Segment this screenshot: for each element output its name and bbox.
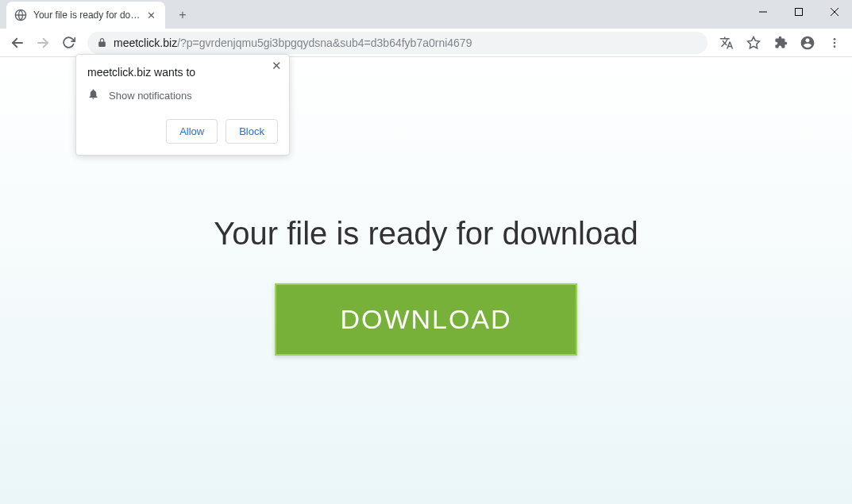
address-bar[interactable]: meetclick.biz/?p=gvrdenjqmu5gi3bpgqydsna… <box>87 32 707 54</box>
prompt-permission-row: Show notifications <box>87 88 278 103</box>
new-tab-button[interactable]: + <box>172 4 194 26</box>
browser-tab[interactable]: Your file is ready for download ✕ <box>6 2 165 29</box>
permission-prompt: ✕ meetclick.biz wants to Show notificati… <box>75 54 290 156</box>
prompt-permission-text: Show notifications <box>109 90 192 102</box>
prompt-actions: Allow Block <box>87 119 278 144</box>
tab-title: Your file is ready for download <box>33 10 145 21</box>
forward-button[interactable] <box>32 32 54 54</box>
allow-button[interactable]: Allow <box>166 119 218 144</box>
url-host: meetclick.biz <box>114 37 177 49</box>
tab-close-icon[interactable]: ✕ <box>145 9 157 21</box>
toolbar-right <box>715 32 846 54</box>
reload-button[interactable] <box>57 32 79 54</box>
download-button[interactable]: DOWNLOAD <box>275 283 576 356</box>
prompt-close-icon[interactable]: ✕ <box>270 60 283 72</box>
translate-icon[interactable] <box>715 32 738 54</box>
maximize-button[interactable] <box>781 0 816 24</box>
globe-icon <box>14 9 27 21</box>
kebab-menu-icon[interactable] <box>823 32 846 54</box>
extensions-icon[interactable] <box>769 32 792 54</box>
bookmark-star-icon[interactable] <box>742 32 765 54</box>
prompt-title: meetclick.biz wants to <box>87 66 278 79</box>
titlebar: Your file is ready for download ✕ + <box>0 0 852 29</box>
block-button[interactable]: Block <box>226 119 278 144</box>
back-button[interactable] <box>6 32 29 54</box>
close-window-button[interactable] <box>816 0 852 24</box>
url-path: /?p=gvrdenjqmu5gi3bpgqydsna&sub4=d3b64fy… <box>177 37 472 49</box>
lock-icon <box>97 37 107 48</box>
svg-rect-2 <box>795 9 802 16</box>
svg-point-9 <box>834 41 836 44</box>
minimize-button[interactable] <box>745 0 781 24</box>
toolbar: meetclick.biz/?p=gvrdenjqmu5gi3bpgqydsna… <box>0 29 852 57</box>
svg-point-10 <box>834 45 836 48</box>
window-controls <box>745 0 852 24</box>
bell-icon <box>87 88 99 103</box>
page-heading: Your file is ready for download <box>214 216 638 252</box>
svg-point-8 <box>834 38 836 40</box>
profile-icon[interactable] <box>796 32 819 54</box>
svg-marker-7 <box>748 37 760 48</box>
url-text: meetclick.biz/?p=gvrdenjqmu5gi3bpgqydsna… <box>114 37 698 49</box>
